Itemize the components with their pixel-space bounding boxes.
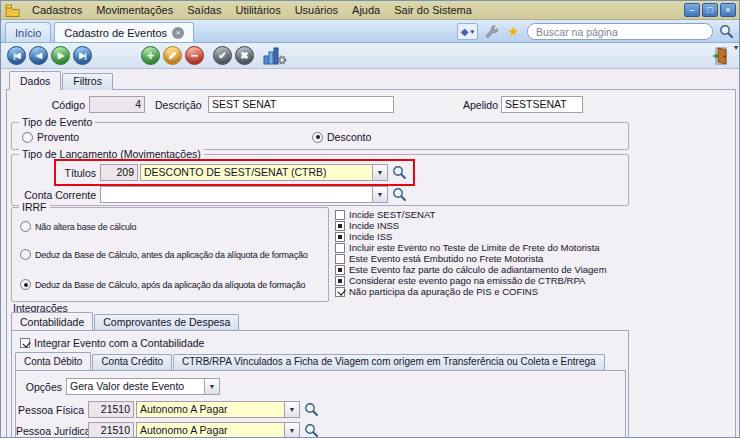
checkbox-icon [335,287,345,297]
chevron-down-icon[interactable]: ▼ [284,402,299,417]
checkbox-pago-emissao-ctrb-rpa[interactable]: Considerar este evento pago na emissão d… [335,275,585,286]
conta-corrente-search-icon[interactable] [392,187,408,203]
codigo-label: Código [31,99,85,111]
checkbox-label: Incluir este Evento no Teste de Limite d… [349,242,600,253]
maximize-button[interactable]: □ [702,3,718,17]
checkbox-icon [335,210,345,220]
tab-inicio[interactable]: Início [5,22,51,42]
conta-corrente-combo-value [101,187,372,202]
diamond-tool-button[interactable]: ◆ ▾ [457,23,478,40]
cancel-button[interactable]: ✖ [235,46,254,65]
menu-ajuda[interactable]: Ajuda [345,2,387,18]
nav-first-button[interactable]: |◀ [7,46,26,65]
add-record-button[interactable]: + [141,46,160,65]
exit-door-icon[interactable] [713,47,730,67]
tab-dados[interactable]: Dados [9,71,61,90]
checkbox-incide-iss[interactable]: Incide ISS [335,231,392,242]
menu-saidas[interactable]: Saídas [180,2,228,18]
titulos-combo[interactable]: DESCONTO DE SEST/SENAT (CTRB) ▼ [140,164,388,181]
radio-provento[interactable]: Provento [22,131,79,143]
close-button[interactable]: × [720,3,736,17]
titulos-search-icon[interactable] [392,165,408,181]
tab-inicio-label: Início [15,27,41,39]
search-input[interactable] [527,23,713,40]
toolbar-overflow-icon[interactable]: ▾ [734,43,738,52]
checkbox-adiantamento-viagem[interactable]: Este Evento faz parte do cálculo de adia… [335,264,607,275]
menu-movimentacoes[interactable]: Movimentações [89,2,180,18]
tab-close-icon[interactable]: × [172,27,184,39]
tab-conta-credito[interactable]: Conta Crédito [92,354,172,370]
delete-record-button[interactable]: − [185,46,204,65]
minimize-button[interactable]: – [684,3,700,17]
pessoa-juridica-search-icon[interactable] [304,423,320,438]
tipo-lancamento-title: Tipo de Lançamento (Movimentações) [19,148,204,160]
nav-last-button[interactable]: ▶| [73,46,92,65]
search-icon[interactable] [718,23,735,40]
radio-irrf-deduz-apos[interactable]: Deduz da Base de Cálculo, após da aplica… [20,279,305,290]
chevron-down-icon[interactable]: ▼ [284,423,299,438]
window-controls: – □ × [684,3,739,17]
checkbox-icon [335,276,345,286]
pencil-icon [167,50,178,61]
conta-subtabs: Conta Débito Conta Crédito CTRB/RPA Vinc… [15,352,605,370]
tab-ctrb-rpa-vinculados[interactable]: CTRB/RPA Vinculados a Ficha de Viagem co… [173,354,605,370]
descricao-field[interactable]: SEST SENAT [208,96,394,113]
radio-icon [312,132,323,143]
chevron-down-icon[interactable]: ▼ [372,187,387,202]
checkbox-incide-sest-senat[interactable]: Incide SEST/SENAT [335,209,435,220]
opcoes-combo[interactable]: Gera Valor deste Evento ▼ [66,378,220,395]
tab-conta-debito[interactable]: Conta Débito [15,352,91,370]
groupbox-tipo-evento: Tipo de Evento Provento Desconto [11,122,629,150]
checkbox-incluir-teste-limite-frete[interactable]: Incluir este Evento no Teste de Limite d… [335,242,600,253]
pessoa-fisica-combo-value: Autonomo A Pagar [137,402,284,417]
app-folder-icon [5,3,21,17]
chevron-down-icon[interactable]: ▼ [372,165,387,180]
tab-filtros[interactable]: Filtros [62,73,113,90]
document-tabbar: Início Cadastro de Eventos × ◆ ▾ ★ [1,20,739,43]
wrench-icon[interactable] [483,23,500,40]
checkbox-icon [335,254,345,264]
conta-corrente-combo[interactable]: ▼ [100,186,388,203]
checkbox-nao-participa-pis-cofins[interactable]: Não participa da apuração de PIS e COFIN… [335,286,538,297]
radio-irrf-deduz-antes[interactable]: Deduz da Base de Cálculo, antes da aplic… [20,249,308,260]
star-icon[interactable]: ★ [505,23,522,40]
radio-desconto[interactable]: Desconto [312,131,371,143]
radio-desconto-label: Desconto [327,131,371,143]
edit-record-button[interactable] [163,46,182,65]
checkbox-label: Incide SEST/SENAT [349,209,435,220]
menu-cadastros[interactable]: Cadastros [25,2,89,18]
chart-report-icon[interactable] [263,47,287,67]
nav-prev-button[interactable]: ◀ [29,46,48,65]
checkbox-icon [335,221,345,231]
pessoa-fisica-code-field[interactable]: 21510 [88,401,134,418]
confirm-button[interactable]: ✔ [213,46,232,65]
apelido-field[interactable]: SESTSENAT [501,96,583,113]
nav-next-button[interactable]: ▶ [51,46,70,65]
pessoa-juridica-code-field[interactable]: 21510 [88,422,134,438]
pessoa-juridica-combo[interactable]: Autonomo A Pagar ▼ [136,422,300,438]
pessoa-fisica-search-icon[interactable] [304,402,320,418]
titulos-code-field[interactable]: 209 [100,164,138,181]
tab-cadastro-label: Cadastro de Eventos [64,27,167,39]
radio-label: Deduz da Base de Cálculo, após da aplica… [35,280,305,290]
checkbox-incide-inss[interactable]: Incide INSS [335,220,399,231]
radio-label: Deduz da Base de Cálculo, antes da aplic… [35,250,308,260]
conta-debito-box: Opções Gera Valor deste Evento ▼ Pessoa … [15,370,626,438]
pessoa-fisica-combo[interactable]: Autonomo A Pagar ▼ [136,401,300,418]
checkbox-embutido-frete-motorista[interactable]: Este Evento está Embutido no Frete Motor… [335,253,543,264]
chevron-down-icon[interactable]: ▼ [204,379,219,394]
tab-comprovantes-de-despesa[interactable]: Comprovantes de Despesa [94,314,239,330]
groupbox-tipo-lancamento: Tipo de Lançamento (Movimentações) Títul… [11,154,629,206]
checkbox-integrar-contabilidade[interactable]: Integrar Evento com a Contabilidade [20,337,204,349]
radio-irrf-nao-altera[interactable]: Não altera base de cálculo [20,221,136,232]
codigo-field[interactable]: 4 [89,96,145,113]
diamond-icon: ◆ [461,26,469,37]
menu-sair-do-sistema[interactable]: Sair do Sistema [387,2,479,18]
menu-utilitarios[interactable]: Utilitários [228,2,287,18]
titulos-combo-value: DESCONTO DE SEST/SENAT (CTRB) [141,165,372,180]
pessoa-fisica-label: Pessoa Física [16,404,84,416]
tab-cadastro-de-eventos[interactable]: Cadastro de Eventos × [54,22,194,42]
tab-contabilidade[interactable]: Contabilidade [11,312,93,330]
checkbox-label: Considerar este evento pago na emissão d… [349,275,585,286]
menu-usuarios[interactable]: Usuários [288,2,345,18]
